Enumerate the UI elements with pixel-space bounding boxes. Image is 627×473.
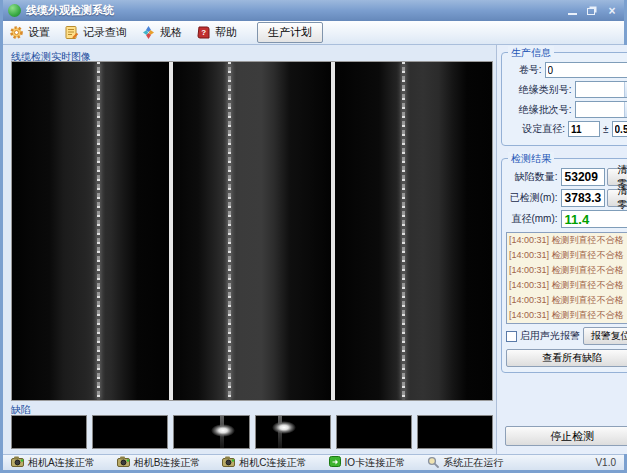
restore-button[interactable]: [585, 5, 599, 17]
defect-thumbnail-5[interactable]: [336, 415, 412, 449]
alarm-reset-button[interactable]: 报警复位: [583, 327, 627, 345]
help-label: 帮助: [215, 25, 237, 40]
camera-a-status-label: 相机A连接正常: [28, 456, 95, 470]
app-window: 线缆外观检测系统 × 设置 记录查询 规格 ?: [0, 0, 627, 473]
log-entry[interactable]: [14:00:31] 检测到直径不合格: [507, 233, 626, 248]
live-view-area: 线缆检测实时图像 缺陷: [3, 45, 496, 454]
spec-button[interactable]: 规格: [141, 25, 182, 40]
app-icon: [8, 4, 21, 17]
defect-count-value: 53209: [561, 168, 605, 186]
measured-length-value: 3783.3: [561, 189, 605, 207]
camera-b-view: [173, 62, 330, 400]
help-button[interactable]: ? 帮助: [196, 25, 237, 40]
insulation-batch-select[interactable]: ▼: [575, 101, 627, 118]
chevron-down-icon[interactable]: ▼: [624, 82, 627, 97]
diameter-label: 直径(mm):: [506, 212, 561, 226]
alarm-checkbox[interactable]: [506, 331, 517, 342]
camera-b-status: 相机B连接正常: [117, 456, 201, 470]
alarm-checkbox-label: 启用声光报警: [520, 329, 580, 343]
production-info-title: 生产信息: [508, 46, 554, 60]
magnifier-icon: [427, 456, 439, 470]
defect-thumbnail-3[interactable]: [173, 415, 249, 449]
reel-number-label: 卷号:: [506, 63, 545, 77]
view-all-defects-button[interactable]: 查看所有缺陷: [506, 349, 627, 367]
insulation-batch-label: 绝缘批次号:: [506, 103, 575, 117]
spec-icon: [141, 25, 156, 40]
cable-edge-c: [402, 62, 405, 400]
camera-b-icon: [117, 456, 130, 469]
tolerance-input[interactable]: [612, 121, 627, 137]
io-card-icon: [329, 456, 341, 469]
diameter-value: 11.4: [561, 210, 627, 228]
stop-detection-button[interactable]: 停止检测: [505, 426, 627, 446]
cable-edge-a: [97, 62, 100, 400]
plus-minus-sign: ±: [600, 124, 612, 135]
settings-label: 设置: [28, 25, 50, 40]
camera-c-status: 相机C连接正常: [222, 456, 306, 470]
log-entry[interactable]: [14:00:31] 检测到直径不合格: [507, 248, 626, 263]
defect-thumbnail-strip: [11, 415, 493, 449]
control-panel: 生产信息 卷号: 绝缘类别号: ▼ 绝缘批次号: ▼ 设定直径: ±: [496, 45, 627, 454]
window-title: 线缆外观检测系统: [26, 3, 565, 18]
reel-number-input[interactable]: [545, 62, 627, 78]
settings-button[interactable]: 设置: [9, 25, 50, 40]
defect-blob: [211, 424, 235, 437]
version-label: V1.0: [595, 457, 616, 468]
detection-results-group: 检测结果 缺陷数量: 53209 清零 已检测(m): 3783.3 清零 直径…: [501, 158, 627, 373]
titlebar: 线缆外观检测系统 ×: [3, 0, 624, 21]
production-plan-button[interactable]: 生产计划: [257, 22, 323, 43]
statusbar: 相机A连接正常 相机B连接正常 相机C连接正常 IO卡连接正常 系统正在运行: [3, 454, 624, 470]
set-diameter-input[interactable]: [568, 121, 600, 137]
clear-measured-button[interactable]: 清零: [607, 189, 627, 207]
chevron-down-icon[interactable]: ▼: [624, 102, 627, 117]
io-card-status-label: IO卡连接正常: [345, 456, 406, 470]
close-button[interactable]: ×: [605, 5, 619, 17]
settings-icon: [9, 25, 24, 40]
camera-a-status: 相机A连接正常: [11, 456, 95, 470]
camera-c-icon: [222, 456, 235, 469]
set-diameter-label: 设定直径:: [506, 122, 568, 136]
camera-a-icon: [11, 456, 24, 469]
camera-view-strip: [11, 61, 493, 401]
log-entry[interactable]: [14:00:31] 检测到直径不合格: [507, 263, 626, 278]
camera-b-status-label: 相机B连接正常: [134, 456, 201, 470]
defect-thumbnail-6[interactable]: [417, 415, 493, 449]
log-entry[interactable]: [14:00:31] 检测到直径不合格: [507, 323, 626, 324]
defect-count-label: 缺陷数量:: [506, 170, 561, 184]
svg-text:?: ?: [201, 28, 206, 37]
cable-edge-b: [228, 62, 231, 400]
minimize-button[interactable]: [565, 5, 579, 17]
production-info-group: 生产信息 卷号: 绝缘类别号: ▼ 绝缘批次号: ▼ 设定直径: ±: [501, 52, 627, 146]
log-entry[interactable]: [14:00:31] 检测到直径不合格: [507, 293, 626, 308]
camera-c-view: [335, 62, 492, 400]
defect-thumbnail-4[interactable]: [255, 415, 331, 449]
camera-c-status-label: 相机C连接正常: [239, 456, 306, 470]
records-icon: [64, 25, 79, 40]
insulation-category-label: 绝缘类别号:: [506, 83, 575, 97]
toolbar: 设置 记录查询 规格 ? 帮助 生产计划: [3, 21, 624, 45]
system-running-status: 系统正在运行: [427, 456, 503, 470]
records-label: 记录查询: [83, 25, 127, 40]
defect-thumbnail-1[interactable]: [11, 415, 87, 449]
insulation-category-select[interactable]: ▼: [575, 81, 627, 98]
defect-blob: [272, 421, 296, 434]
help-icon: ?: [196, 25, 211, 40]
log-entry[interactable]: [14:00:31] 检测到直径不合格: [507, 278, 626, 293]
alarm-log-list[interactable]: [14:00:31] 检测到直径不合格 [14:00:31] 检测到直径不合格 …: [506, 232, 627, 324]
io-card-status: IO卡连接正常: [329, 456, 406, 470]
detection-results-title: 检测结果: [508, 152, 554, 166]
measured-length-label: 已检测(m):: [506, 191, 561, 205]
records-query-button[interactable]: 记录查询: [64, 25, 127, 40]
camera-a-view: [12, 62, 169, 400]
log-entry[interactable]: [14:00:31] 检测到直径不合格: [507, 308, 626, 323]
defect-thumbnail-2[interactable]: [92, 415, 168, 449]
spec-label: 规格: [160, 25, 182, 40]
system-running-label: 系统正在运行: [443, 456, 503, 470]
